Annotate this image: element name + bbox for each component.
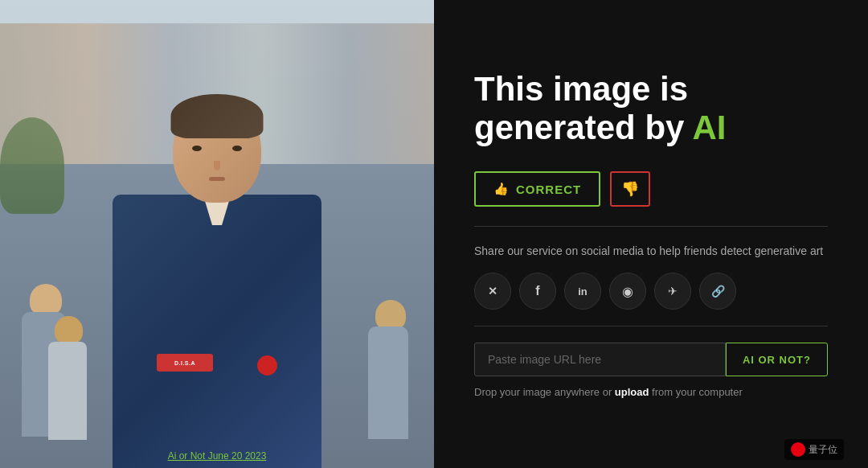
watermark: 量子位 xyxy=(784,439,844,460)
correct-label: CORRECT xyxy=(516,183,581,196)
incorrect-button[interactable]: 👎 xyxy=(610,171,650,207)
upload-link[interactable]: upload xyxy=(615,386,649,398)
photo-scene: D.I.S.A xyxy=(0,0,434,468)
hair xyxy=(171,94,264,138)
content-panel: This image is generated by AI 👍 CORRECT … xyxy=(434,0,868,468)
tree-left xyxy=(0,117,64,214)
drop-text-before: Drop your image anywhere or xyxy=(474,386,615,398)
reddit-icon: ◉ xyxy=(622,284,633,299)
thumbs-down-icon: 👎 xyxy=(621,180,639,198)
facebook-icon: f xyxy=(535,284,539,298)
crowd-person-2 xyxy=(368,300,412,445)
thumbs-up-icon: 👍 xyxy=(493,182,510,196)
headline-line1: This image is xyxy=(474,70,688,108)
name-tag: D.I.S.A xyxy=(157,354,213,372)
telegram-share-button[interactable]: ✈ xyxy=(654,273,691,310)
ai-or-not-button[interactable]: AI OR NOT? xyxy=(726,343,828,376)
ai-highlight: AI xyxy=(693,109,727,146)
divider-1 xyxy=(474,226,828,227)
copy-link-button[interactable]: 🔗 xyxy=(699,273,736,310)
correct-button[interactable]: 👍 CORRECT xyxy=(474,171,600,207)
headline-line2: generated by xyxy=(474,109,693,146)
facebook-share-button[interactable]: f xyxy=(519,273,556,310)
share-description: Share our service on social media to hel… xyxy=(474,243,828,260)
url-input-row: AI OR NOT? xyxy=(474,343,828,376)
link-icon: 🔗 xyxy=(711,285,725,298)
jacket: D.I.S.A xyxy=(113,195,321,468)
telegram-icon: ✈ xyxy=(668,285,678,298)
chest-badge xyxy=(257,355,277,376)
twitter-share-button[interactable]: ✕ xyxy=(474,273,511,310)
feedback-row: 👍 CORRECT 👎 xyxy=(474,171,828,207)
divider-2 xyxy=(474,326,828,326)
headline: This image is generated by AI xyxy=(474,70,828,148)
image-panel: D.I.S.A Ai or Not June 20 2 xyxy=(0,0,434,468)
reddit-share-button[interactable]: ◉ xyxy=(609,273,646,310)
main-figure: D.I.S.A xyxy=(104,82,330,468)
watermark-icon xyxy=(791,442,805,457)
twitter-icon: ✕ xyxy=(488,285,497,298)
linkedin-icon: in xyxy=(578,285,588,298)
drop-text: Drop your image anywhere or upload from … xyxy=(474,386,828,398)
drop-text-after: from your computer xyxy=(649,386,742,398)
social-buttons-row: ✕ f in ◉ ✈ 🔗 xyxy=(474,273,828,310)
url-input[interactable] xyxy=(474,343,726,376)
image-caption[interactable]: Ai or Not June 20 2023 xyxy=(168,450,267,462)
watermark-text: 量子位 xyxy=(809,443,837,457)
crowd-person-3 xyxy=(48,316,88,445)
linkedin-share-button[interactable]: in xyxy=(564,273,601,310)
